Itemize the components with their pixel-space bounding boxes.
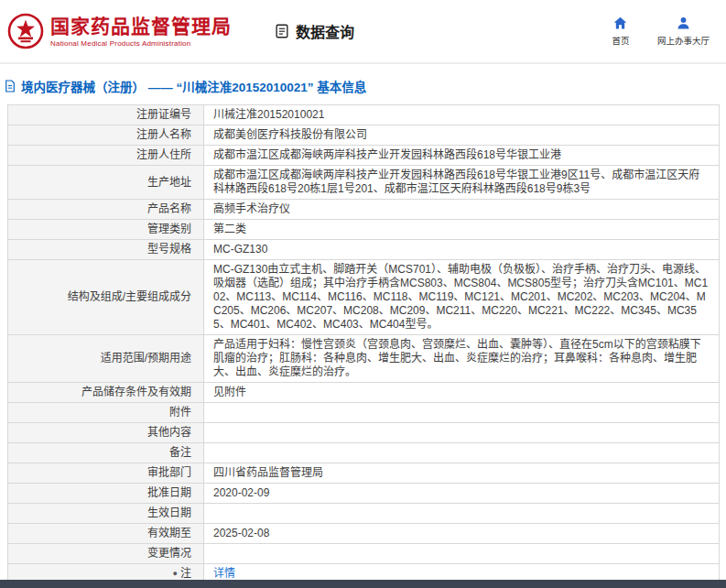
table-row: ●结构及组成/主要组成成分 MC-GZ130由立式主机、脚踏开关（MCS701）… xyxy=(8,260,720,335)
nav-service-hall-label: 网上办事大厅 xyxy=(657,34,710,47)
detail-link[interactable]: 详情 xyxy=(213,567,235,580)
home-icon xyxy=(612,16,628,31)
row-value: 川械注准20152010021 xyxy=(204,105,720,125)
row-label: ●生产地址 xyxy=(8,166,204,200)
row-label: ●产品储存条件及有效期 xyxy=(8,383,204,403)
breadcrumb: 境内医疗器械（注册） —— “川械注准20152010021” 基本信息 xyxy=(0,64,726,104)
row-value: 第二类 xyxy=(204,220,720,240)
agency-name-block: 国家药品监督管理局 National Medical Products Admi… xyxy=(50,16,232,48)
info-table-body: ●注册证编号 川械注准20152010021 ●注册人名称 成都美创医疗科技股份… xyxy=(8,105,720,584)
row-label: ●注册人住所 xyxy=(8,146,204,166)
table-row: ●产品名称 高频手术治疗仪 xyxy=(8,200,720,220)
agency-name-en: National Medical Products Administration xyxy=(50,39,232,48)
row-label: ●管理类别 xyxy=(8,220,204,240)
nav-home-label: 首页 xyxy=(612,34,629,47)
row-label: ●注册人名称 xyxy=(8,125,204,146)
nav-item-service-hall[interactable]: 网上办事大厅 xyxy=(654,14,713,49)
row-label: ●生效日期 xyxy=(8,504,204,524)
row-value xyxy=(204,403,720,423)
row-value xyxy=(204,544,720,564)
data-query-icon xyxy=(274,23,290,39)
row-label: ●有效期至 xyxy=(8,524,204,544)
row-label: ●审批部门 xyxy=(8,463,204,484)
top-nav: 首页 网上办事大厅 xyxy=(601,14,713,49)
table-row: ●注册证编号 川械注准20152010021 xyxy=(8,105,720,125)
row-value: 成都市温江区成都海峡两岸科技产业开发园科林路西段618号华银工业港 xyxy=(204,146,720,166)
row-value xyxy=(204,423,720,443)
row-value: 四川省药品监督管理局 xyxy=(204,463,720,484)
agency-logo: 国家药品监督管理局 National Medical Products Admi… xyxy=(7,13,232,49)
row-value: MC-GZ130 xyxy=(204,240,720,260)
row-value: 2025-02-08 xyxy=(204,524,720,544)
note-icon: ● xyxy=(173,569,178,578)
nav-item-home[interactable]: 首页 xyxy=(601,14,641,49)
page-title: 境内医疗器械（注册） —— “川械注准20152010021” 基本信息 xyxy=(21,77,366,95)
table-row: ●变更情况 xyxy=(8,544,720,564)
row-label: ●适用范围/预期用途 xyxy=(8,335,204,383)
row-label: ●其他内容 xyxy=(8,423,204,443)
table-row: ●型号规格 MC-GZ130 xyxy=(8,240,720,260)
row-label: ●变更情况 xyxy=(8,544,204,564)
row-value xyxy=(204,443,720,463)
row-label: ●批准日期 xyxy=(8,484,204,504)
row-label: ●产品名称 xyxy=(8,200,204,220)
table-row: ●备注 xyxy=(8,443,720,463)
row-value: 2020-02-09 xyxy=(204,484,720,504)
person-icon xyxy=(676,16,691,31)
row-value: 产品适用于妇科：慢性宫颈炎（宫颈息肉、宫颈糜烂、出血、囊肿等）、直径在5cm以下… xyxy=(204,335,720,383)
data-query-title[interactable]: 数据查询 xyxy=(274,20,354,42)
table-row: ●生产地址 成都市温江区成都海峡两岸科技产业开发园科林路西段618号华银工业港9… xyxy=(8,166,720,200)
data-query-label: 数据查询 xyxy=(296,20,354,42)
row-label: ●注册证编号 xyxy=(8,105,204,125)
row-label: ●型号规格 xyxy=(8,240,204,260)
table-row: ●附件 xyxy=(8,403,720,423)
table-row: ●生效日期 xyxy=(8,504,720,524)
table-row: ●适用范围/预期用途 产品适用于妇科：慢性宫颈炎（宫颈息肉、宫颈糜烂、出血、囊肿… xyxy=(8,335,720,383)
national-emblem-icon xyxy=(7,13,44,49)
table-row: ●有效期至 2025-02-08 xyxy=(8,524,720,544)
table-row: ●管理类别 第二类 xyxy=(8,220,720,240)
info-table: ●注册证编号 川械注准20152010021 ●注册人名称 成都美创医疗科技股份… xyxy=(7,104,720,584)
row-label: ●附件 xyxy=(8,403,204,423)
row-value: MC-GZ130由立式主机、脚踏开关（MCS701）、辅助电极（负极板）、治疗手… xyxy=(204,260,720,335)
table-row: ●其他内容 xyxy=(8,423,720,443)
row-value: 见附件 xyxy=(204,383,720,403)
header: 国家药品监督管理局 National Medical Products Admi… xyxy=(0,0,726,64)
document-icon xyxy=(5,80,16,93)
row-label: ●备注 xyxy=(8,443,204,463)
table-row: ●批准日期 2020-02-09 xyxy=(8,484,720,504)
footer-strip xyxy=(0,580,726,588)
row-value: 高频手术治疗仪 xyxy=(204,200,720,220)
row-value: 成都市温江区成都海峡两岸科技产业开发园科林路西段618号华银工业港9区11号、成… xyxy=(204,166,720,200)
table-row: ●审批部门 四川省药品监督管理局 xyxy=(8,463,720,484)
row-label: ●结构及组成/主要组成成分 xyxy=(8,260,204,335)
table-row: ●产品储存条件及有效期 见附件 xyxy=(8,383,720,403)
row-value xyxy=(204,504,720,524)
agency-name-cn: 国家药品监督管理局 xyxy=(50,16,232,38)
table-row: ●注册人名称 成都美创医疗科技股份有限公司 xyxy=(8,125,720,146)
row-value: 成都美创医疗科技股份有限公司 xyxy=(204,125,720,146)
table-row: ●注册人住所 成都市温江区成都海峡两岸科技产业开发园科林路西段618号华银工业港 xyxy=(8,146,720,166)
